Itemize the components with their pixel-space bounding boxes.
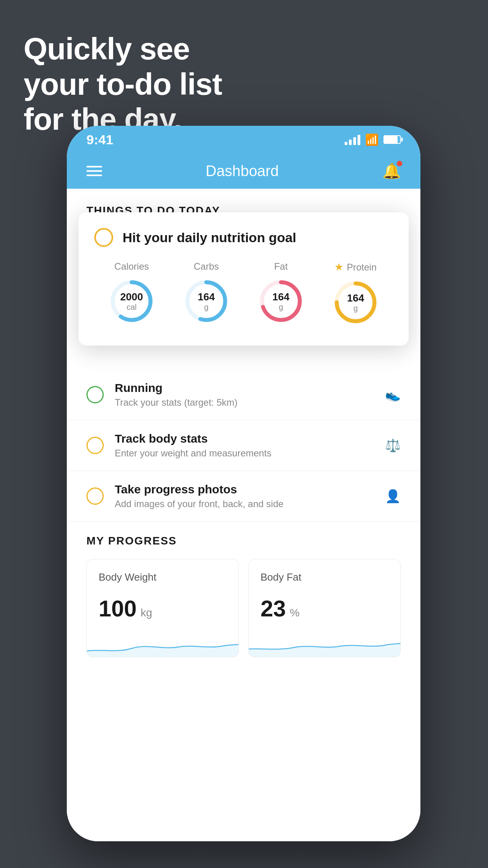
body-weight-title: Body Weight (99, 571, 227, 583)
carbs-donut: 164 g (183, 278, 230, 325)
carbs-unit: g (198, 302, 215, 311)
body-weight-value-row: 100 kg (99, 595, 227, 622)
protein-value: 164 (347, 292, 364, 304)
protein-donut: 164 g (332, 279, 379, 326)
carbs-value: 164 (198, 291, 215, 303)
todo-title-running: Running (115, 381, 385, 395)
scale-icon: ⚖️ (385, 438, 401, 453)
header-title: Dashboard (206, 163, 279, 180)
todo-text-running: Running Track your stats (target: 5km) (115, 381, 385, 408)
nutrition-item-carbs: Carbs 164 g (183, 261, 230, 325)
nutrition-row: Calories 2000 cal Carbs (94, 261, 393, 326)
progress-section: MY PROGRESS Body Weight 100 kg (67, 527, 420, 657)
task-circle[interactable] (94, 228, 113, 247)
todo-sub-photos: Add images of your front, back, and side (115, 498, 385, 509)
notification-dot (397, 161, 402, 166)
todo-item-photos[interactable]: Take progress photos Add images of your … (67, 471, 420, 522)
wifi-icon: 📶 (365, 133, 379, 146)
body-weight-card[interactable]: Body Weight 100 kg (86, 559, 239, 657)
body-weight-value: 100 (99, 595, 137, 622)
todo-item-running[interactable]: Running Track your stats (target: 5km) 👟 (67, 370, 420, 420)
calories-donut: 2000 cal (108, 278, 155, 325)
nutrition-card-title: Hit your daily nutrition goal (123, 230, 296, 245)
nutrition-item-fat: Fat 164 g (257, 261, 305, 325)
todo-list: Running Track your stats (target: 5km) 👟… (67, 370, 420, 522)
battery-icon (383, 135, 401, 144)
app-header: Dashboard 🔔 (67, 153, 420, 189)
nutrition-item-calories: Calories 2000 cal (108, 261, 155, 325)
todo-circle-photos (86, 487, 104, 505)
carbs-label: Carbs (194, 261, 219, 272)
body-fat-value-row: 23 % (261, 595, 389, 622)
calories-value: 2000 (120, 291, 143, 303)
card-title-row: Hit your daily nutrition goal (94, 228, 393, 247)
body-fat-card[interactable]: Body Fat 23 % (248, 559, 401, 657)
todo-sub-running: Track your stats (target: 5km) (115, 397, 385, 408)
body-fat-unit: % (290, 607, 300, 619)
fat-unit: g (272, 302, 289, 311)
calories-label: Calories (114, 261, 149, 272)
status-time: 9:41 (86, 132, 113, 147)
calories-unit: cal (120, 302, 143, 311)
phone-content: THINGS TO DO TODAY Hit your daily nutrit… (67, 189, 420, 841)
todo-title-body-stats: Track body stats (115, 432, 385, 445)
nutrition-card: Hit your daily nutrition goal Calories 2… (79, 212, 409, 346)
protein-label: ★ Protein (334, 261, 376, 273)
phone-frame: 9:41 📶 Dashboard 🔔 THINGS TO DO TODAY (67, 126, 420, 841)
progress-cards: Body Weight 100 kg Body Fat (67, 559, 420, 657)
progress-header: MY PROGRESS (67, 527, 420, 559)
body-fat-value: 23 (261, 595, 286, 622)
fat-donut: 164 g (257, 278, 305, 325)
todo-circle-body-stats (86, 437, 104, 454)
body-weight-unit: kg (141, 607, 152, 619)
protein-unit: g (347, 303, 364, 312)
todo-sub-body-stats: Enter your weight and measurements (115, 448, 385, 459)
todo-circle-running (86, 386, 104, 403)
todo-title-photos: Take progress photos (115, 483, 385, 496)
fat-value: 164 (272, 291, 289, 303)
signal-icon (345, 134, 360, 145)
status-bar: 9:41 📶 (67, 126, 420, 153)
fat-label: Fat (274, 261, 288, 272)
body-fat-chart (249, 633, 400, 657)
todo-text-body-stats: Track body stats Enter your weight and m… (115, 432, 385, 459)
status-icons: 📶 (345, 133, 401, 146)
notification-bell-icon[interactable]: 🔔 (382, 162, 401, 180)
headline: Quickly see your to-do list for the day. (24, 31, 222, 137)
body-fat-title: Body Fat (261, 571, 389, 583)
star-icon: ★ (334, 261, 343, 273)
todo-item-body-stats[interactable]: Track body stats Enter your weight and m… (67, 420, 420, 471)
nutrition-item-protein: ★ Protein 164 g (332, 261, 379, 326)
body-weight-chart (87, 633, 238, 657)
menu-icon[interactable] (86, 166, 102, 176)
todo-text-photos: Take progress photos Add images of your … (115, 483, 385, 509)
running-icon: 👟 (385, 387, 401, 402)
photo-icon: 👤 (385, 489, 401, 504)
